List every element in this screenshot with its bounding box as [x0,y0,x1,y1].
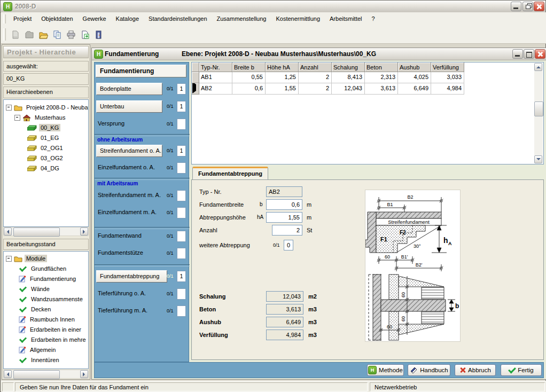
scroll-thumb[interactable] [13,228,60,237]
fundamentabtreppung-count-field[interactable]: 1 [177,271,186,282]
scroll-left-icon[interactable] [4,370,12,378]
versprung-label[interactable]: Versprung [98,120,124,127]
table-cell[interactable]: AB1 [199,72,232,83]
weitere-abtreppung-input[interactable]: 0 [284,240,293,250]
unterbau-button[interactable]: Unterbau [96,100,162,113]
tree-item-00-kg[interactable]: 00_KG [27,123,60,132]
fundamentwand-count-field[interactable] [177,231,186,242]
collapse-icon[interactable] [6,105,12,111]
module-close-button[interactable] [535,49,545,59]
module-item-decken[interactable]: Decken [19,304,52,314]
streifenfundament-ma-count-field[interactable] [177,190,186,201]
tree-item-musterhaus[interactable]: Musterhaus [14,113,67,122]
collapse-icon[interactable] [14,115,20,121]
titlebar[interactable]: 2008-D [1,1,545,13]
streifenfundament-ma-label[interactable]: Streifenfundament m. A. [98,192,161,198]
scroll-up-icon[interactable] [534,63,542,71]
menu-kataloge[interactable]: Kataloge [111,12,144,26]
menu-projekt[interactable]: Projekt [9,12,36,26]
table-cell[interactable]: 3,033 [431,72,464,83]
einzelfundament-ma-label[interactable]: Einzelfundament m. A. [98,209,157,215]
scroll-thumb[interactable] [13,370,60,379]
collapse-icon[interactable] [6,256,12,262]
export-page-icon[interactable] [79,28,91,41]
col-schalung[interactable]: Schalung [332,62,365,72]
menu-help[interactable]: ? [367,12,380,26]
tree-item-04-dg[interactable]: 04_DG [27,163,61,173]
table-cell[interactable]: AB2 [199,83,232,95]
col-breite-b[interactable]: Breite b [232,62,266,72]
fundamentstuetze-label[interactable]: Fundamentstütze [98,249,143,256]
minimize-button[interactable] [511,2,521,11]
col-aushub[interactable]: Aushub [398,62,431,72]
open-disabled-icon[interactable] [23,28,36,41]
print-icon[interactable] [65,28,77,41]
hierarchy-hscrollbar[interactable] [3,227,89,236]
tieferfuehrung-ma-label[interactable]: Tieferführung m. A. [98,307,147,313]
table-cell[interactable]: 2,313 [365,72,398,83]
bodenplatte-button[interactable]: Bodenplatte [96,83,162,95]
versprung-count-field[interactable] [177,119,186,130]
tree-item-project[interactable]: Projekt 2008-D - Neubau [6,103,89,112]
table-cell[interactable]: 3,613 [365,83,398,95]
scroll-right-icon[interactable] [80,228,88,236]
menu-objektdaten[interactable]: Objektdaten [36,12,77,26]
tieferfuehrung-ma-count-field[interactable] [177,305,186,317]
fundamentstuetze-count-field[interactable] [177,248,186,259]
module-item-grundflaechen[interactable]: Grundflächen [19,264,68,273]
unterbau-count-field[interactable]: 1 [177,101,186,112]
table-cell[interactable]: 6,649 [398,83,431,95]
module-item-allgemein[interactable]: Allgemein [19,345,57,355]
close-button[interactable] [534,2,544,11]
current-row-marker[interactable] [192,83,199,95]
menu-standardeinstellungen[interactable]: Standardeinstellungen [144,12,212,26]
row-selector[interactable] [192,72,199,83]
col-verfuellung[interactable]: Verfüllung [431,62,464,72]
methode-button[interactable]: Methode [367,364,404,376]
restore-button[interactable] [522,2,533,11]
table-cell[interactable]: 0,55 [232,72,266,83]
table-cell[interactable]: 8,413 [332,72,365,83]
tree-item-01-eg[interactable]: 01_EG [27,133,60,143]
fundamentbreite-input[interactable]: 0,6 [266,199,302,210]
module-minimize-button[interactable] [512,49,523,59]
menu-gewerke[interactable]: Gewerke [78,12,111,26]
module-item-erdarbeiten-mehreren[interactable]: Erdarbeiten in mehre [19,335,88,344]
einzelfundament-oa-count-field[interactable] [177,162,186,174]
module-titlebar[interactable]: Fundamentierung Ebene: Projekt 2008-D - … [92,48,546,60]
col-beton[interactable]: Beton [365,62,398,72]
menu-arbeitsmittel[interactable]: Arbeitsmittel [325,12,367,26]
copy-icon[interactable] [51,28,64,41]
table-cell[interactable]: 2 [299,83,332,95]
tieferfuehrung-oa-label[interactable]: Tieferführung o. A. [98,290,146,296]
tree-item-02-og1[interactable]: 02_OG1 [27,143,65,153]
tree-item-module[interactable]: Module [6,254,47,263]
table-cell[interactable]: 1,25 [266,72,299,83]
table-cell[interactable]: 4,025 [398,72,431,83]
col-hoehe-ha[interactable]: Höhe hA [266,62,299,72]
table-cell[interactable]: 12,043 [332,83,365,95]
abtreppungshoehe-input[interactable]: 1,55 [266,212,302,223]
menu-kostenermittlung[interactable]: Kostenermittlung [271,12,325,26]
table-cell[interactable]: 0,6 [232,83,266,95]
col-typ-nr[interactable]: Typ-Nr. [199,62,232,72]
scroll-thumb[interactable] [534,101,543,116]
module-item-erdarbeiten-einer[interactable]: Erdarbeiten in einer [19,325,83,334]
anzahl-input[interactable]: 2 [272,225,302,236]
module-item-raumbuch-innen[interactable]: Raumbuch Innen [19,315,76,324]
col-anzahl[interactable]: Anzahl [299,62,332,72]
fertig-button[interactable]: Fertig [501,364,542,376]
module-item-fundamentierung[interactable]: Fundamentierung [19,274,77,284]
abbruch-button[interactable]: Abbruch [455,364,496,376]
handbuch-button[interactable]: Handbuch [408,364,450,376]
table-cell[interactable]: 1,55 [266,83,299,95]
exit-door-icon[interactable] [92,28,105,41]
scroll-left-icon[interactable] [4,228,12,236]
scroll-right-icon[interactable] [80,370,88,378]
table-cell[interactable]: 2 [299,72,332,83]
einzelfundament-ma-count-field[interactable] [177,207,186,218]
module-item-waende[interactable]: Wände [19,284,51,294]
tree-item-03-og2[interactable]: 03_OG2 [27,153,65,163]
new-document-icon[interactable] [9,28,22,41]
tieferfuehrung-oa-count-field[interactable] [177,288,186,300]
